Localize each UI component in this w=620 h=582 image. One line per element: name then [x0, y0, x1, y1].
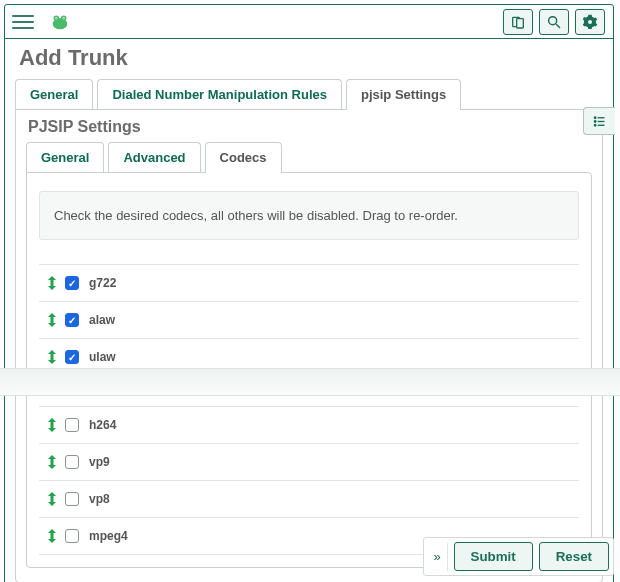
codec-label: alaw [89, 313, 115, 327]
svg-rect-25 [51, 459, 54, 465]
svg-point-9 [549, 16, 557, 24]
top-bar [5, 5, 613, 39]
codec-row[interactable]: vp9 [39, 444, 579, 481]
svg-rect-8 [517, 18, 524, 27]
svg-marker-32 [48, 539, 56, 543]
svg-marker-27 [48, 492, 56, 496]
drag-handle-icon[interactable] [47, 313, 57, 327]
svg-marker-17 [48, 323, 56, 327]
panel-title: PJSIP Settings [28, 118, 592, 136]
svg-rect-13 [51, 280, 54, 286]
codec-checkbox[interactable] [65, 313, 79, 327]
svg-marker-26 [48, 465, 56, 469]
frog-logo[interactable] [49, 11, 71, 33]
svg-point-33 [594, 117, 596, 119]
svg-marker-30 [48, 529, 56, 533]
gap-bar [0, 368, 620, 396]
svg-point-35 [594, 120, 596, 122]
info-text: Check the desired codecs, all others wil… [39, 191, 579, 240]
language-icon[interactable] [503, 9, 533, 35]
top-tab-dialed-number-manipulation-rules[interactable]: Dialed Number Manipulation Rules [97, 79, 342, 109]
svg-marker-20 [48, 360, 56, 364]
svg-rect-28 [51, 496, 54, 502]
top-tab-general[interactable]: General [15, 79, 93, 109]
svg-line-10 [556, 24, 560, 28]
inner-tab-codecs[interactable]: Codecs [205, 142, 282, 173]
codec-row[interactable]: alaw [39, 302, 579, 339]
codec-row[interactable]: h264 [39, 407, 579, 444]
footer-bar: » Submit Reset [423, 537, 614, 576]
drag-handle-icon[interactable] [47, 455, 57, 469]
svg-point-37 [594, 124, 596, 126]
svg-point-6 [63, 17, 64, 18]
drag-handle-icon[interactable] [47, 492, 57, 506]
page-title: Add Trunk [19, 45, 603, 71]
svg-marker-24 [48, 455, 56, 459]
svg-point-11 [588, 20, 592, 24]
svg-marker-15 [48, 313, 56, 317]
svg-rect-31 [51, 533, 54, 539]
menu-icon[interactable] [9, 10, 37, 34]
codec-checkbox[interactable] [65, 276, 79, 290]
submit-button[interactable]: Submit [454, 542, 533, 571]
codec-list: h264 vp9 vp8 mpeg4 [39, 406, 579, 555]
svg-rect-19 [51, 354, 54, 360]
codec-checkbox[interactable] [65, 350, 79, 364]
inner-tab-advanced[interactable]: Advanced [108, 142, 200, 172]
chevron-right-icon[interactable]: » [428, 543, 448, 571]
svg-point-5 [56, 17, 57, 18]
codec-label: vp8 [89, 492, 110, 506]
codec-label: ulaw [89, 350, 116, 364]
svg-marker-21 [48, 418, 56, 422]
codec-checkbox[interactable] [65, 529, 79, 543]
reset-button[interactable]: Reset [539, 542, 609, 571]
search-icon[interactable] [539, 9, 569, 35]
codec-row[interactable]: vp8 [39, 481, 579, 518]
svg-marker-18 [48, 350, 56, 354]
codec-checkbox[interactable] [65, 418, 79, 432]
codec-checkbox[interactable] [65, 455, 79, 469]
inner-tabs: GeneralAdvancedCodecs [26, 142, 592, 172]
codec-label: mpeg4 [89, 529, 128, 543]
codec-row[interactable]: g722 [39, 265, 579, 302]
list-toggle-icon[interactable] [583, 107, 615, 135]
codec-label: h264 [89, 418, 116, 432]
svg-marker-23 [48, 428, 56, 432]
svg-rect-22 [51, 422, 54, 428]
codec-list: g722 alaw ulaw [39, 264, 579, 376]
drag-handle-icon[interactable] [47, 350, 57, 364]
drag-handle-icon[interactable] [47, 529, 57, 543]
svg-rect-16 [51, 317, 54, 323]
codec-label: g722 [89, 276, 116, 290]
drag-handle-icon[interactable] [47, 276, 57, 290]
codec-label: vp9 [89, 455, 110, 469]
gear-icon[interactable] [575, 9, 605, 35]
codec-checkbox[interactable] [65, 492, 79, 506]
top-tabs: GeneralDialed Number Manipulation Rulesp… [15, 79, 603, 109]
svg-marker-29 [48, 502, 56, 506]
inner-tab-general[interactable]: General [26, 142, 104, 172]
top-tab-pjsip-settings[interactable]: pjsip Settings [346, 79, 461, 110]
drag-handle-icon[interactable] [47, 418, 57, 432]
svg-marker-14 [48, 286, 56, 290]
svg-marker-12 [48, 276, 56, 280]
